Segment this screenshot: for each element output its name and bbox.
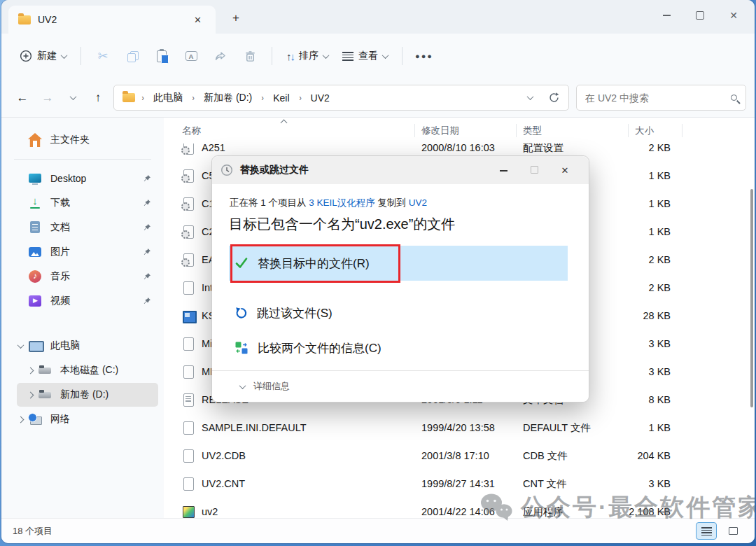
dialog-maximize-button[interactable]	[519, 165, 550, 176]
sidebar-item-icon	[28, 196, 42, 210]
cut-button[interactable]: ✂	[88, 43, 118, 69]
file-row[interactable]: uv2 2001/4/22 14:06 应用程序 2,108 KB	[164, 498, 755, 518]
file-size: 1 KB	[589, 198, 671, 209]
explorer-window: UV2 ✕ + ✕ 新建 ✂ A ↑↓ 排序	[1, 0, 755, 543]
file-type: DEFAULT 文件	[523, 421, 591, 435]
dialog-close-button[interactable]: ✕	[550, 165, 580, 176]
sidebar-item-icon	[28, 412, 42, 426]
breadcrumb-keil[interactable]: Keil	[270, 90, 292, 106]
search-box[interactable]	[576, 85, 746, 111]
column-header-type[interactable]: 类型	[523, 125, 542, 137]
breadcrumb-drive-d[interactable]: 新加卷 (D:)	[201, 90, 255, 106]
chevron-down-icon	[323, 52, 330, 59]
sidebar-item-network[interactable]: 网络	[7, 407, 158, 431]
close-button[interactable]: ✕	[717, 0, 750, 31]
new-tab-button[interactable]: +	[227, 11, 245, 25]
file-type-icon	[182, 169, 195, 183]
copy-button[interactable]	[118, 43, 147, 69]
sidebar-item-disk[interactable]: 本地磁盘 (C:)	[17, 358, 158, 382]
tree-chevron-icon[interactable]	[17, 342, 24, 349]
share-icon	[214, 50, 227, 62]
file-type-icon	[182, 421, 195, 435]
new-button[interactable]: 新建	[13, 44, 74, 68]
breadcrumb[interactable]: › 此电脑 › 新加卷 (D:) › Keil › UV2	[113, 85, 569, 111]
delete-button[interactable]	[235, 43, 265, 69]
file-type-icon	[182, 337, 195, 351]
details-view-button[interactable]	[696, 522, 717, 540]
dialog-controls: ✕	[488, 165, 580, 176]
column-separator[interactable]	[628, 124, 629, 137]
dialog-details-footer[interactable]: 详细信息	[212, 370, 589, 402]
dialog-minimize-button[interactable]	[488, 165, 519, 176]
compare-files-option[interactable]: 比较两个文件的信息(C)	[229, 333, 568, 363]
file-type-icon	[182, 225, 195, 239]
share-button[interactable]	[206, 43, 235, 69]
large-icons-view-button[interactable]	[722, 522, 743, 540]
column-separator[interactable]	[516, 124, 517, 137]
sidebar-item-documents[interactable]: 文档	[7, 216, 158, 239]
dialog-title-bar[interactable]: 替换或跳过文件 ✕	[212, 156, 589, 184]
vertical-scrollbar[interactable]	[750, 189, 753, 407]
more-options-button[interactable]: ●●●	[410, 43, 439, 69]
sidebar-item-label: 此电脑	[50, 340, 80, 352]
column-separator[interactable]	[682, 124, 682, 137]
file-row[interactable]: SAMPLE.INI.DEFAULT 1999/4/20 13:58 DEFAU…	[164, 414, 755, 442]
file-type-icon	[182, 365, 195, 379]
new-button-label: 新建	[37, 50, 57, 62]
paste-button[interactable]	[147, 43, 176, 69]
tab-close-icon[interactable]: ✕	[190, 13, 206, 27]
column-header-name[interactable]: 名称	[182, 125, 201, 137]
file-date: 1999/4/20 13:58	[421, 422, 495, 433]
file-name: SAMPLE.INI.DEFAULT	[202, 422, 307, 433]
source-folder-link[interactable]: 3 KEIL汉化程序	[309, 197, 375, 208]
refresh-icon[interactable]	[548, 92, 560, 104]
tree-chevron-icon[interactable]	[27, 391, 34, 398]
column-separator[interactable]	[414, 124, 415, 137]
file-name-cell: SAMPLE.INI.DEFAULT	[182, 421, 307, 435]
copy-line-middle: 复制到	[378, 197, 407, 208]
sidebar-item-music[interactable]: 音乐	[7, 265, 158, 288]
tree-chevron-icon[interactable]	[17, 416, 24, 423]
sort-button[interactable]: ↑↓ 排序	[279, 44, 335, 68]
tree-chevron-icon[interactable]	[27, 367, 34, 374]
sidebar-item-disk[interactable]: 新加卷 (D:)	[17, 383, 158, 407]
file-name: UV2.CNT	[202, 478, 245, 489]
sidebar-item-label: 下载	[50, 197, 70, 209]
minimize-button[interactable]	[650, 0, 683, 31]
tab-bar: UV2 ✕ + ✕	[1, 0, 755, 34]
recent-locations-button[interactable]	[60, 85, 85, 111]
file-row[interactable]: UV2.CDB 2001/3/8 17:10 CDB 文件 204 KB	[164, 442, 755, 470]
sidebar-item-videos[interactable]: 视频	[7, 289, 158, 313]
view-button[interactable]: 查看	[335, 44, 395, 68]
sidebar-item-label: 音乐	[50, 270, 70, 283]
up-button[interactable]: ↑	[85, 85, 111, 111]
tree-chevron-slot[interactable]	[22, 368, 38, 373]
file-row[interactable]: UV2.CNT 1999/8/27 14:31 CNT 文件 3 KB	[164, 470, 755, 498]
back-button[interactable]: ←	[10, 85, 35, 111]
tree-chevron-slot[interactable]	[13, 344, 28, 349]
destination-folder-link[interactable]: UV2	[409, 197, 427, 208]
column-header-date[interactable]: 修改日期	[421, 125, 459, 137]
sidebar-item-pc[interactable]: 此电脑	[7, 334, 158, 358]
address-dropdown-icon[interactable]	[527, 93, 534, 100]
tree-chevron-slot[interactable]	[22, 393, 38, 398]
sidebar-item-pictures[interactable]: 图片	[7, 240, 158, 264]
tab-uv2[interactable]: UV2 ✕	[8, 6, 216, 34]
sidebar-item-desktop[interactable]: Desktop	[7, 167, 158, 190]
file-type-icon	[182, 449, 195, 463]
sidebar-item-downloads[interactable]: 下载	[7, 191, 158, 215]
sidebar-divider	[14, 159, 151, 160]
rename-button[interactable]: A	[176, 43, 206, 69]
sidebar-item-home[interactable]: 主文件夹	[7, 128, 158, 152]
column-header-size[interactable]: 大小	[635, 125, 654, 137]
file-size: 1 KB	[589, 226, 671, 237]
maximize-button[interactable]	[683, 0, 717, 31]
search-input[interactable]	[585, 92, 731, 104]
breadcrumb-separator: ›	[141, 92, 144, 103]
file-size: 3 KB	[589, 478, 671, 489]
tree-chevron-slot[interactable]	[13, 417, 28, 422]
forward-button[interactable]: →	[35, 85, 60, 111]
breadcrumb-uv2[interactable]: UV2	[308, 90, 332, 106]
breadcrumb-this-pc[interactable]: 此电脑	[150, 90, 186, 106]
skip-file-option[interactable]: 跳过该文件(S)	[229, 298, 568, 328]
